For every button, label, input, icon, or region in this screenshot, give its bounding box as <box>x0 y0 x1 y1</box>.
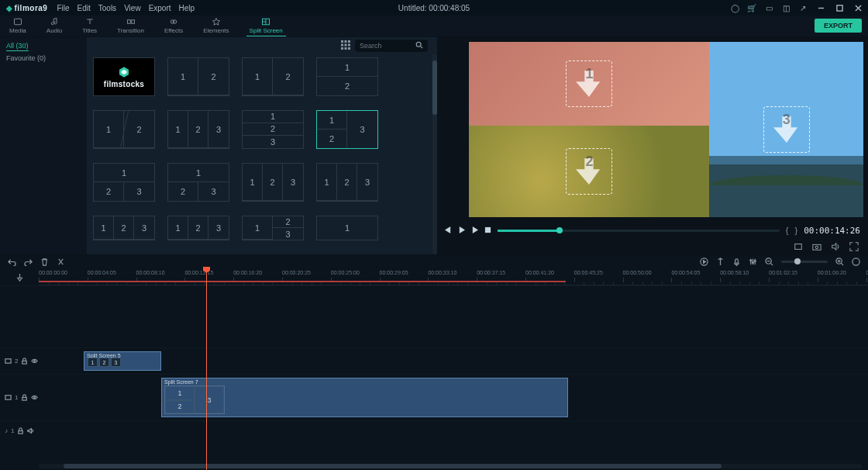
tab-effects[interactable]: Effects <box>161 17 186 36</box>
eye-icon[interactable] <box>31 358 38 365</box>
template-L3-selected[interactable]: 1 2 3 <box>316 110 378 149</box>
mark-out-icon[interactable]: } <box>794 226 797 235</box>
next-frame-button[interactable] <box>471 226 478 235</box>
video-track-2[interactable]: 2 Split Screen 5 1 2 3 <box>0 347 868 374</box>
redo-button[interactable] <box>24 255 33 269</box>
template-3diag[interactable]: 1 2 3 <box>93 216 155 240</box>
maximize-button[interactable] <box>834 2 845 13</box>
video-track-1[interactable]: 1 Split Screen 7 1 3 2 <box>0 374 868 420</box>
template-2rows[interactable]: 1 2 <box>316 57 378 96</box>
menu-tools[interactable]: Tools <box>98 4 116 12</box>
tab-media[interactable]: Media <box>6 17 29 36</box>
menu-help[interactable]: Help <box>179 4 195 12</box>
share-icon[interactable]: ↗ <box>798 3 808 12</box>
close-button[interactable] <box>852 2 863 13</box>
library-categories: All (30) Favourite (0) <box>0 37 87 254</box>
menu-export[interactable]: Export <box>149 4 171 12</box>
preview-zone-3[interactable]: 3 <box>709 42 863 217</box>
svg-rect-9 <box>348 40 350 43</box>
category-all[interactable]: All (30) <box>6 42 29 51</box>
app-root: ◆filmora9 File Edit Tools View Export He… <box>0 0 868 470</box>
menu-edit[interactable]: Edit <box>78 4 91 12</box>
render-button[interactable] <box>700 255 708 269</box>
mixer-button[interactable] <box>749 255 757 269</box>
template-single[interactable]: 1 <box>316 216 378 240</box>
template-3rows[interactable]: 1 2 3 <box>242 110 304 149</box>
zoom-fit-button[interactable] <box>852 255 860 269</box>
minimize-button[interactable] <box>815 2 826 13</box>
preview-zone-1[interactable]: 1 <box>469 42 709 126</box>
preview-viewport[interactable]: 1 2 3 <box>442 42 863 217</box>
zoom-slider[interactable] <box>781 261 828 263</box>
audio-track-icon: ♪ <box>5 427 8 434</box>
tab-titles[interactable]: Titles <box>79 17 100 36</box>
template-1top-2bot[interactable]: 1 2 3 <box>93 163 155 202</box>
clip-split-screen-7[interactable]: Split Screen 7 1 3 2 <box>161 378 568 417</box>
filmstocks-tile[interactable]: filmstocks <box>93 57 155 96</box>
template-3cols-b[interactable]: 1 2 3 <box>242 163 304 202</box>
prev-frame-button[interactable] <box>445 226 452 235</box>
track-spacer <box>0 285 868 347</box>
audio-track-1[interactable]: ♪ 1 <box>0 420 868 441</box>
stop-button[interactable] <box>484 226 491 235</box>
lock-icon[interactable] <box>17 427 24 434</box>
voiceover-button[interactable] <box>732 255 741 269</box>
playhead[interactable] <box>206 268 207 470</box>
work-area-range[interactable] <box>39 281 566 282</box>
snapshot-icon[interactable] <box>812 240 822 251</box>
search-input[interactable]: Search <box>355 40 428 52</box>
preview-zone-2[interactable]: 2 <box>469 126 709 217</box>
category-favourite[interactable]: Favourite (0) <box>6 54 81 62</box>
eye-icon[interactable] <box>31 394 38 401</box>
template-3cols-c[interactable]: 1 2 3 <box>316 163 378 202</box>
template-diag-2[interactable]: 1 2 <box>93 110 155 149</box>
tab-audio[interactable]: Audio <box>43 17 65 36</box>
template-3cols[interactable]: 1 2 3 <box>167 110 229 149</box>
seek-bar[interactable] <box>498 230 780 232</box>
fullscreen-icon[interactable] <box>849 240 859 251</box>
speaker-icon[interactable] <box>27 427 34 434</box>
svg-point-27 <box>754 260 756 261</box>
quality-icon[interactable] <box>794 240 803 251</box>
time-ruler[interactable]: 00:00:00:0000:00:04:0500:00:08:1000:00:1… <box>39 268 868 285</box>
box-icon[interactable]: ◫ <box>781 3 790 12</box>
lock-icon[interactable] <box>21 358 28 365</box>
export-button[interactable]: EXPORT <box>815 19 862 33</box>
marker-button[interactable] <box>716 255 725 269</box>
menu-file[interactable]: File <box>57 4 69 12</box>
timeline-scrollbar[interactable] <box>39 464 862 468</box>
play-button[interactable] <box>458 226 465 235</box>
track-1-label: 1 <box>15 394 18 401</box>
cart-icon[interactable]: 🛒 <box>747 3 756 12</box>
grid-view-icon[interactable] <box>341 40 350 51</box>
template-1top-2bot-b[interactable]: 1 2 3 <box>167 163 229 202</box>
template-2cols-b[interactable]: 1 2 <box>242 57 304 96</box>
library-icon[interactable]: ▭ <box>764 3 773 12</box>
template-2cols[interactable]: 1 2 <box>167 57 229 96</box>
menu-view[interactable]: View <box>124 4 141 12</box>
editor-toolbar <box>0 254 868 268</box>
svg-rect-13 <box>341 47 343 50</box>
template-3diag-b[interactable]: 1 2 3 <box>167 216 229 240</box>
zoom-out-button[interactable] <box>765 255 773 269</box>
svg-rect-34 <box>5 396 11 399</box>
split-button[interactable] <box>57 255 65 269</box>
crop-button[interactable] <box>89 255 98 269</box>
clip-split-screen-5[interactable]: Split Screen 5 1 2 3 <box>84 351 161 371</box>
mark-in-icon[interactable]: { <box>786 226 789 235</box>
volume-icon[interactable] <box>831 240 840 251</box>
tab-elements[interactable]: Elements <box>200 17 232 36</box>
svg-rect-3 <box>131 20 134 24</box>
svg-rect-22 <box>91 258 96 264</box>
timeline-pin-icon[interactable] <box>0 268 39 285</box>
svg-point-26 <box>753 261 754 263</box>
zoom-in-button[interactable] <box>835 255 844 269</box>
lock-icon[interactable] <box>21 394 28 401</box>
tab-split-screen[interactable]: Split Screen <box>246 17 286 36</box>
template-1-2-3[interactable]: 1 2 3 <box>242 216 304 240</box>
delete-button[interactable] <box>40 255 49 269</box>
speed-button[interactable] <box>73 255 81 269</box>
user-icon[interactable]: ◯ <box>730 3 739 12</box>
tab-transition[interactable]: Transition <box>114 17 147 36</box>
undo-button[interactable] <box>8 255 16 269</box>
